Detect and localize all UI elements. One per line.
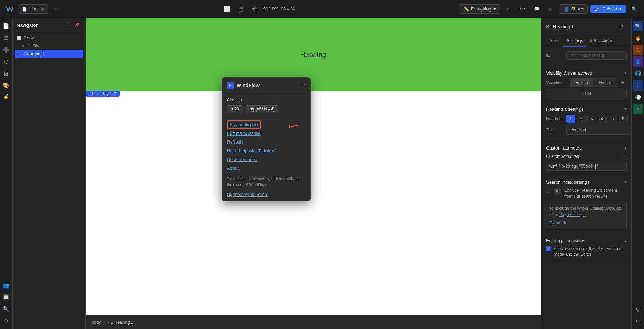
ok-button[interactable]: Ok, got it	[549, 220, 623, 226]
tab-title: Untitled	[29, 6, 45, 12]
share-button[interactable]: 👤 Share	[559, 4, 588, 14]
navigator-pin-button[interactable]: 📌	[73, 21, 81, 29]
edit-main-css-link[interactable]: Edit mainCss file	[227, 129, 305, 138]
mobile-view-button[interactable]: 📲	[249, 3, 260, 15]
visibility-row: Visibility Visible Hidden +	[546, 78, 627, 87]
none-button[interactable]: None	[546, 89, 627, 98]
topbar: 📄 Untitled ··· ⬜ 📱 📲 992 PX 98.4 % ✏️ De…	[0, 0, 644, 18]
search-index-text: Exclude Heading 1's content from site se…	[564, 188, 627, 199]
class-tag-p20[interactable]: p-20	[227, 105, 243, 113]
document-tab[interactable]: 📄 Untitled	[18, 4, 48, 14]
sidebar-search-icon[interactable]: 🔍	[1, 304, 12, 314]
comment-button[interactable]: 💬	[531, 3, 542, 15]
sidebar-assets-icon[interactable]: 🖼	[1, 68, 12, 79]
far-right-globe-icon[interactable]: 🌐	[633, 68, 643, 79]
popup-classes-list: p-20 bg-[#55bb44]	[227, 105, 305, 113]
heading-btn-3[interactable]: 3	[587, 115, 596, 123]
nav-item-body[interactable]: ⬜ Body	[13, 34, 85, 42]
far-right-fire-icon[interactable]: 🔥	[633, 33, 643, 43]
breadcrumb-h1[interactable]: H1 Heading 1	[108, 320, 133, 325]
sidebar-menu-icon[interactable]: ☰	[1, 33, 12, 43]
preview-button[interactable]: ▷	[545, 3, 556, 15]
check-button[interactable]: ✓	[503, 3, 514, 15]
heading-settings-header[interactable]: Heading 1 settings ▾	[546, 107, 627, 112]
heading-btn-4[interactable]: 4	[598, 115, 607, 123]
popup-close-button[interactable]: ×	[302, 83, 305, 88]
hidden-button[interactable]: Hidden	[593, 79, 618, 86]
topbar-center: ⬜ 📱 📲 992 PX 98.4 %	[221, 3, 295, 15]
sidebar-people-icon[interactable]: 👥	[1, 280, 12, 291]
sidebar-interactions-icon[interactable]: ⚡	[1, 92, 12, 102]
sidebar-pages-icon[interactable]: 📄	[1, 21, 12, 31]
tablet-view-button[interactable]: 📱	[235, 3, 246, 15]
far-right-search-icon[interactable]: 🔍	[633, 21, 643, 31]
about-link[interactable]: About	[227, 164, 305, 173]
app-logo[interactable]	[4, 3, 15, 15]
nav-item-div[interactable]: ▶ ☑ Div	[13, 42, 85, 50]
visibility-section-header[interactable]: Visibility & user access ▾	[546, 70, 627, 76]
sidebar-apps-icon[interactable]: 🔲	[1, 292, 12, 303]
far-right-checkmark-icon[interactable]: ✔	[633, 104, 643, 114]
body-icon: ⬜	[17, 36, 22, 40]
id-input[interactable]	[566, 51, 627, 60]
far-right-user-icon[interactable]: 👤	[633, 56, 643, 67]
custom-attr-header[interactable]: Custom attributes ▾	[546, 145, 627, 151]
text-input[interactable]	[566, 125, 631, 135]
sidebar-components-icon[interactable]: ⬡	[1, 56, 12, 67]
canvas-width: 992 PX	[263, 6, 278, 12]
more-options-button[interactable]: ···	[53, 6, 57, 12]
far-right-wind-icon[interactable]: 💨	[633, 92, 643, 102]
popup-header: F WindFlow ×	[222, 78, 310, 93]
breadcrumb-body[interactable]: Body	[91, 320, 101, 325]
navigator-header: Navigator ⇅ 📌	[13, 18, 85, 32]
refresh-link[interactable]: Refresh	[227, 138, 305, 146]
desktop-view-button[interactable]: ⬜	[221, 3, 232, 15]
search-index-checkbox[interactable]	[546, 188, 551, 193]
popup-body: Classes p-20 bg-[#55bb44] Edit config fi…	[222, 93, 310, 201]
support-link[interactable]: Support WindFlow ♥	[227, 192, 305, 197]
heading-btn-5[interactable]: 5	[608, 115, 617, 123]
navigator-sort-button[interactable]: ⇅	[63, 21, 71, 29]
class-tag-bg[interactable]: bg-[#55bb44]	[246, 105, 278, 113]
far-right-settings-icon[interactable]: ⚙	[633, 304, 643, 314]
rp-settings-icon[interactable]: ⚙	[618, 22, 627, 31]
far-right-info-icon[interactable]: ℹ	[633, 80, 643, 91]
sidebar-style-icon[interactable]: 🎨	[1, 80, 12, 91]
far-right-alert-icon[interactable]: ⚠	[633, 45, 643, 55]
custom-attr-value[interactable]: winf=" p-20 bg-[#55bb44] "	[546, 162, 627, 171]
designing-mode-button[interactable]: ✏️ Designing ▾	[459, 4, 500, 14]
heading-btn-6[interactable]: 6	[619, 115, 628, 123]
edit-config-link[interactable]: Edit config file	[227, 120, 261, 129]
page-settings-link[interactable]: Page settings.	[559, 212, 586, 217]
canvas[interactable]: Heading H1 Heading 1 ⚙ F WindFlow × Clas…	[86, 18, 541, 329]
text-row: Text	[546, 125, 627, 135]
nav-item-heading1[interactable]: H1 Heading 1	[15, 50, 83, 58]
tab-settings[interactable]: Settings	[563, 35, 586, 47]
editing-perm-checkbox[interactable]: ✓	[546, 246, 551, 251]
left-sidebar: 📄 ☰ ➕ ⬡ 🖼 🎨 ⚡ 👥 🔲 🔍 ⚙	[0, 18, 13, 329]
tab-style[interactable]: Style	[546, 35, 563, 47]
visible-button[interactable]: Visible	[570, 79, 593, 86]
heading-btn-2[interactable]: 2	[577, 115, 586, 123]
search-global-button[interactable]: 🔍	[629, 3, 640, 15]
tab-interactions[interactable]: Interactions	[586, 35, 617, 47]
search-index-header[interactable]: Search index settings ▾	[546, 179, 627, 185]
h1-settings-icon[interactable]: ⚙	[113, 91, 117, 96]
canvas-h1-badge[interactable]: H1 Heading 1 ⚙	[86, 91, 120, 97]
editing-perm-header[interactable]: Editing permissions ▾	[546, 238, 627, 243]
code-button[interactable]: </>	[517, 3, 528, 15]
navigator-panel: Navigator ⇅ 📌 ⬜ Body ▶ ☑ Div H1 Heading …	[13, 18, 86, 329]
heading-btn-1[interactable]: 1	[566, 115, 575, 123]
publish-button[interactable]: 🚀 Publish ▾	[590, 5, 626, 13]
custom-attr-add-button[interactable]: +	[623, 153, 627, 160]
sidebar-add-icon[interactable]: ➕	[1, 45, 12, 55]
sidebar-settings-bottom-icon[interactable]: ⚙	[1, 316, 12, 326]
visibility-add-button[interactable]: +	[621, 79, 624, 86]
far-right-settings2-icon[interactable]: ⚙	[633, 316, 643, 326]
breadcrumb-separator: ›	[104, 320, 105, 325]
rp-header: H1 Heading 1 ⚙	[541, 18, 631, 35]
help-tailwind-link[interactable]: Need help with Tailwind?	[227, 146, 305, 155]
rp-element-tag: H1	[546, 24, 551, 29]
visibility-buttons: Visible Hidden	[570, 78, 618, 87]
documentation-link[interactable]: Documentation	[227, 155, 305, 164]
